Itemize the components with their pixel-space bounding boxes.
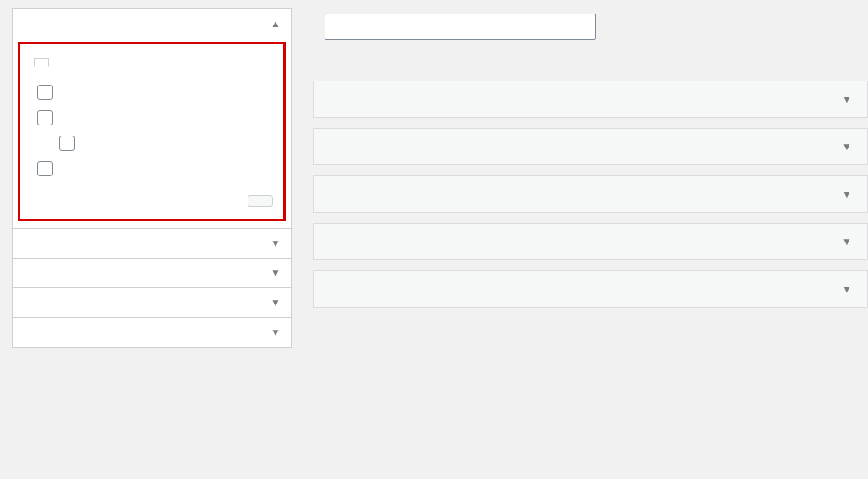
checkbox[interactable]	[59, 136, 75, 151]
caret-down-icon: ▼	[270, 237, 281, 249]
menu-item-meta: ▼	[826, 93, 852, 105]
menu-item[interactable]: ▼	[313, 270, 868, 308]
panel-posts: ▼	[12, 229, 292, 259]
menu-item-meta: ▼	[826, 236, 852, 248]
panel-tags-header[interactable]: ▼	[13, 318, 291, 347]
panel-pages-footer	[31, 185, 273, 207]
panel-posts-header[interactable]: ▼	[13, 229, 291, 258]
panel-tags: ▼	[12, 318, 292, 348]
list-item[interactable]	[34, 80, 270, 105]
tab-recent[interactable]	[34, 58, 49, 67]
caret-down-icon: ▼	[842, 93, 852, 105]
checkbox[interactable]	[37, 85, 53, 100]
list-item[interactable]	[34, 131, 270, 156]
menu-item[interactable]: ▼	[313, 175, 868, 213]
caret-down-icon: ▼	[270, 267, 281, 279]
list-item[interactable]	[34, 156, 270, 181]
menu-item-meta: ▼	[826, 141, 852, 153]
menu-name-input[interactable]	[325, 14, 596, 40]
menu-item[interactable]: ▼	[313, 128, 868, 165]
panel-pages-body	[18, 42, 286, 221]
menu-item[interactable]: ▼	[313, 223, 868, 260]
panel-pages: ▲	[12, 8, 292, 229]
menu-item-meta: ▼	[826, 188, 852, 200]
caret-down-icon: ▼	[842, 283, 852, 295]
caret-down-icon: ▼	[842, 188, 852, 200]
panel-categories-header[interactable]: ▼	[13, 288, 291, 317]
checkbox[interactable]	[37, 161, 53, 176]
caret-down-icon: ▼	[270, 297, 281, 309]
caret-down-icon: ▼	[270, 326, 281, 338]
caret-down-icon: ▼	[842, 141, 852, 153]
caret-down-icon: ▼	[842, 236, 852, 248]
list-item[interactable]	[34, 105, 270, 131]
panel-custom-links: ▼	[12, 259, 292, 288]
panel-custom-links-header[interactable]: ▼	[13, 259, 291, 287]
menu-name-row	[313, 8, 868, 55]
pages-tabs	[31, 53, 273, 78]
add-to-menu-button[interactable]	[248, 195, 273, 207]
menu-items-list: ▼ ▼ ▼ ▼	[313, 81, 868, 308]
menu-item[interactable]: ▼	[313, 81, 868, 118]
annotation-text	[13, 35, 291, 42]
caret-up-icon: ▲	[270, 18, 281, 30]
menu-item-meta: ▼	[826, 283, 852, 295]
panel-categories: ▼	[12, 288, 292, 318]
pages-checklist	[31, 78, 273, 185]
checkbox[interactable]	[37, 110, 53, 125]
panel-pages-header[interactable]: ▲	[13, 9, 291, 38]
